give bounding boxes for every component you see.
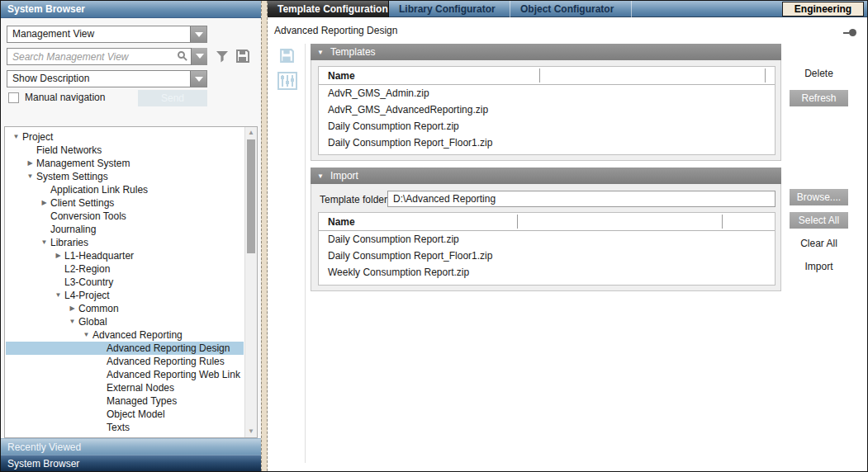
tree-expand-icon[interactable]	[66, 302, 78, 315]
tree-item[interactable]: Managed Types	[6, 394, 244, 408]
engineering-mode-button[interactable]: Engineering	[782, 2, 864, 17]
templates-section-header[interactable]: ▼Templates	[311, 44, 781, 60]
send-button[interactable]: Send	[138, 90, 207, 106]
funnel-icon[interactable]	[214, 48, 230, 64]
tree-expand-icon[interactable]	[80, 328, 92, 342]
tree-expand-icon[interactable]	[52, 289, 64, 302]
tree-item-label: Journaling	[50, 223, 96, 236]
tree-item[interactable]: External Nodes	[6, 381, 244, 394]
tree-item[interactable]: Project	[6, 130, 244, 144]
column-divider[interactable]	[722, 215, 723, 229]
tree-item-label: Global	[78, 315, 107, 328]
tree-item-label: L4-Project	[64, 289, 110, 302]
tree-item-label: Libraries	[50, 236, 88, 249]
tree-item[interactable]: L2-Region	[6, 262, 244, 276]
panel-title: System Browser	[1, 1, 261, 18]
tree-item-label: Advanced Reporting	[92, 328, 183, 342]
tree-item[interactable]: Advanced Reporting Web Link	[6, 368, 244, 381]
tab[interactable]: Template Configuration	[268, 1, 389, 17]
action-button[interactable]: Delete	[790, 65, 848, 82]
view-selector-dropdown[interactable]: Management View	[7, 26, 207, 43]
tree-item[interactable]: System Settings	[6, 170, 244, 183]
tree-expand-icon[interactable]	[10, 130, 22, 144]
tree-item-label: Managed Types	[107, 394, 177, 408]
tree-item[interactable]: Common	[6, 302, 244, 315]
tree-expand-icon[interactable]	[66, 315, 78, 328]
tree-item[interactable]: Libraries	[6, 236, 244, 249]
chevron-down-icon[interactable]	[190, 26, 206, 42]
tree-item[interactable]: Advanced Reporting	[6, 328, 244, 342]
tree-item[interactable]: Journaling	[6, 223, 244, 236]
tree-item-label: L1-Headquarter	[64, 249, 134, 262]
action-button[interactable]: Refresh	[790, 90, 848, 106]
scroll-up-icon[interactable]: ▲	[245, 127, 257, 139]
tree-item[interactable]: Application Link Rules	[6, 183, 244, 196]
import-table: Name Daily Consumption Report.zipDaily C…	[318, 212, 776, 286]
template-folder-input[interactable]	[387, 191, 776, 207]
manual-navigation-checkbox[interactable]	[8, 92, 19, 103]
chevron-down-icon[interactable]	[190, 71, 206, 87]
tree-expand-icon[interactable]	[24, 157, 36, 170]
tab[interactable]: Library Configurator	[389, 1, 510, 17]
tree-item[interactable]: L3-Country	[6, 276, 244, 289]
magnifier-icon[interactable]	[178, 51, 185, 59]
tree-item[interactable]: Advanced Reporting Rules	[6, 355, 244, 368]
recently-viewed-bar[interactable]: Recently Viewed	[1, 438, 261, 455]
tree-expand-icon[interactable]	[38, 196, 50, 210]
import-section-header[interactable]: ▼Import	[311, 168, 781, 184]
column-divider[interactable]	[765, 68, 766, 83]
tree-item[interactable]: Advanced Reporting Design	[6, 342, 244, 355]
tree-item[interactable]: Field Networks	[6, 144, 244, 157]
tree-item[interactable]: Texts	[6, 421, 244, 434]
action-button[interactable]: Import	[790, 258, 848, 275]
table-row[interactable]: Daily Consumption Report_Floor1.zip	[319, 135, 775, 151]
system-tree: Project Field Networks Management System	[6, 130, 244, 434]
tree-expand-icon[interactable]	[24, 170, 36, 183]
tree-item[interactable]: Object Model	[6, 408, 244, 421]
table-row[interactable]: AdvR_GMS_AdvancedReporting.zip	[319, 101, 775, 118]
tree-scrollbar[interactable]: ▲ ▼	[244, 127, 257, 437]
search-dropdown-chevron-icon[interactable]	[191, 48, 207, 65]
save-icon[interactable]	[278, 47, 296, 64]
tree-item-label: Texts	[107, 421, 130, 434]
pin-icon[interactable]	[849, 29, 856, 36]
scroll-down-icon[interactable]: ▼	[245, 426, 257, 437]
tree-item[interactable]: Management System	[6, 157, 244, 170]
description-selector-dropdown[interactable]: Show Description	[7, 70, 207, 87]
tree-item[interactable]: L4-Project	[6, 289, 244, 302]
table-row[interactable]: AdvR_GMS_Admin.zip	[319, 85, 775, 101]
table-header[interactable]: Name	[319, 213, 775, 231]
table-row[interactable]: Daily Consumption Report.zip	[319, 118, 775, 135]
column-name[interactable]: Name	[328, 216, 355, 228]
floppy-disk-icon[interactable]	[235, 48, 251, 64]
tree-item-label: Advanced Reporting Web Link	[107, 368, 240, 381]
triangle-down-icon[interactable]: ▼	[317, 49, 324, 56]
sliders-icon[interactable]	[277, 72, 297, 90]
tree-item[interactable]: Global	[6, 315, 244, 328]
table-body: AdvR_GMS_Admin.zipAdvR_GMS_AdvancedRepor…	[319, 85, 775, 151]
tree-item[interactable]: Conversion Tools	[6, 210, 244, 223]
column-divider[interactable]	[517, 215, 518, 229]
table-header[interactable]: Name	[319, 67, 775, 85]
search-control	[7, 48, 207, 65]
tree-item[interactable]: L1-Headquarter	[6, 249, 244, 262]
column-name[interactable]: Name	[328, 70, 355, 82]
tree-expand-icon[interactable]	[38, 236, 50, 249]
tab[interactable]: Object Configurator	[510, 1, 632, 17]
action-button[interactable]: Select All	[790, 212, 848, 229]
table-row[interactable]: Daily Consumption Report.zip	[319, 231, 775, 248]
import-buttons: Browse.... Select All Clear All Import	[790, 189, 848, 275]
action-button[interactable]: Clear All	[790, 235, 848, 252]
scrollbar-thumb[interactable]	[247, 139, 255, 253]
system-browser-bar[interactable]: System Browser	[1, 455, 261, 471]
column-divider[interactable]	[539, 68, 540, 83]
tree-expand-icon[interactable]	[52, 249, 64, 262]
tree-item[interactable]: Client Settings	[6, 196, 244, 210]
manual-navigation-label: Manual navigation	[25, 92, 105, 103]
action-button[interactable]: Browse....	[790, 189, 848, 205]
tree-item-label: Field Networks	[36, 144, 102, 157]
table-row[interactable]: Daily Consumption Report_Floor1.zip	[319, 248, 775, 264]
triangle-down-icon[interactable]: ▼	[317, 172, 324, 180]
table-row[interactable]: Weekly Consumption Report.zip	[319, 264, 775, 281]
panel-splitter[interactable]	[261, 1, 268, 471]
